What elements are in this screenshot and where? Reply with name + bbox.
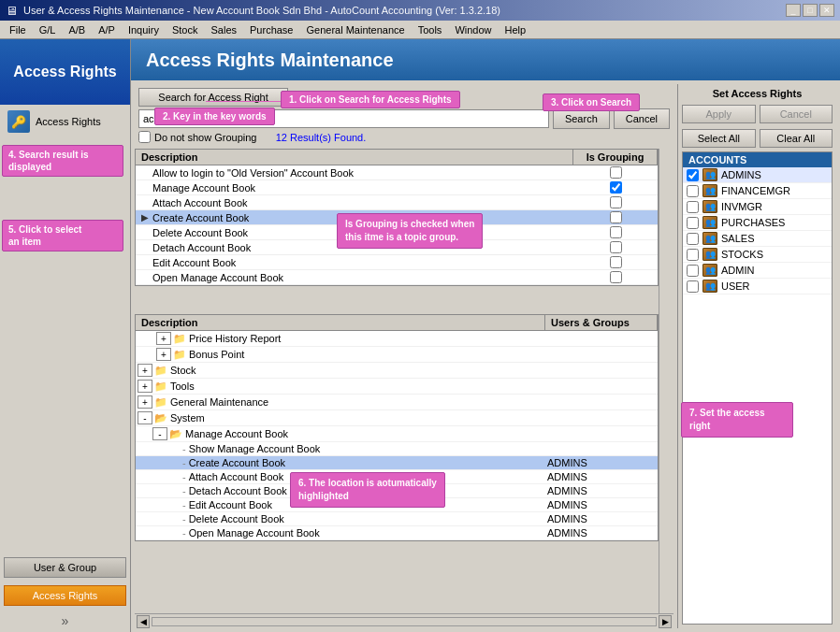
tree-expand-icon[interactable]: + [138, 364, 152, 377]
hscroll-left-btn[interactable]: ◀ [137, 615, 150, 628]
tree-users: ADMINS [543, 471, 656, 482]
tree-row[interactable]: - Create Account Book ADMINS [136, 456, 658, 470]
account-checkbox[interactable] [687, 185, 699, 197]
tree-row[interactable]: - Delete Account Book ADMINS [136, 512, 658, 526]
tree-expand-icon[interactable]: + [138, 380, 152, 393]
upper-grid-row[interactable]: Open Manage Account Book [136, 270, 658, 285]
menu-file[interactable]: File [4, 23, 32, 36]
account-name: FINANCEMGR [721, 185, 790, 196]
menu-inquiry[interactable]: Inquiry [123, 23, 165, 36]
close-button[interactable]: ✕ [819, 4, 834, 17]
apply-button[interactable]: Apply [682, 105, 756, 123]
menu-general-maintenance[interactable]: General Maintenance [301, 23, 411, 36]
user-group-icon: 👥 [702, 280, 717, 293]
clear-all-button[interactable]: Clear All [760, 129, 833, 148]
account-row[interactable]: 👥 ADMIN [683, 263, 832, 279]
sidebar-item-access-rights[interactable]: 🔑 Access Rights [0, 105, 130, 138]
callout-4: 4. Search result isdisplayed [2, 145, 123, 177]
user-group-icon: 👥 [702, 168, 717, 181]
tree-expand-icon[interactable]: + [156, 332, 171, 345]
tree-row[interactable]: - Show Manage Account Book [136, 442, 658, 456]
user-group-icon: 👥 [702, 184, 717, 197]
tree-row[interactable]: + 📁 Bonus Point [136, 347, 658, 363]
upper-grid-row[interactable]: Edit Account Book [136, 255, 658, 270]
user-group-nav-button[interactable]: User & Group [4, 557, 126, 578]
tree-row[interactable]: + 📁 Tools [136, 379, 658, 395]
account-row[interactable]: 👥 ADMINS [683, 167, 832, 183]
grouping-checkbox[interactable] [610, 196, 622, 208]
menu-window[interactable]: Window [449, 23, 497, 36]
grouping-checkbox[interactable] [610, 211, 622, 223]
grouping-checkbox[interactable] [610, 241, 622, 253]
account-name: PURCHASES [721, 217, 785, 228]
expand-sidebar-button[interactable]: » [62, 613, 69, 628]
upper-grid-row[interactable]: Allow to login to "Old Version" Account … [136, 165, 658, 180]
account-row[interactable]: 👥 PURCHASES [683, 215, 832, 231]
hscroll-track[interactable] [152, 617, 657, 626]
cancel-search-button[interactable]: Cancel [614, 108, 670, 129]
grouping-checkbox[interactable] [610, 181, 622, 194]
no-show-grouping-checkbox[interactable] [138, 131, 151, 143]
tree-row[interactable]: + 📁 Stock [136, 363, 658, 379]
search-button[interactable]: Search [553, 108, 610, 129]
account-row[interactable]: 👥 FINANCEMGR [683, 183, 832, 199]
callout-5: 5. Click to selectan item [2, 220, 123, 251]
maximize-button[interactable]: □ [803, 4, 818, 17]
tree-row[interactable]: - 📂 System [136, 410, 658, 426]
account-name: ADMIN [721, 265, 754, 276]
grouping-checkbox[interactable] [610, 256, 622, 268]
menu-help[interactable]: Help [500, 23, 532, 36]
folder-icon: 📁 [173, 349, 186, 361]
lower-grid-users-header: Users & Groups [545, 315, 658, 330]
menu-sales[interactable]: Sales [205, 23, 242, 36]
account-checkbox[interactable] [687, 217, 699, 229]
tree-expand-icon[interactable]: - [138, 411, 152, 424]
page-header: Access Rights Maintenance [131, 39, 840, 80]
tree-row[interactable]: - 📂 Manage Account Book [136, 426, 658, 442]
account-row[interactable]: 👥 INVMGR [683, 199, 832, 215]
menu-ab[interactable]: A/B [63, 23, 91, 36]
access-rights-nav-button[interactable]: Access Rights [4, 585, 126, 606]
tree-expand-icon[interactable]: - [152, 427, 167, 440]
lower-grid-hscrollbar[interactable]: ◀ ▶ [135, 613, 673, 628]
upper-grid-row[interactable]: Manage Account Book [136, 180, 658, 195]
item-icon: - [182, 499, 186, 510]
user-group-icon: 👥 [702, 264, 717, 277]
select-all-button[interactable]: Select All [682, 129, 756, 148]
tree-item-label: General Maintenance [170, 396, 543, 408]
account-checkbox[interactable] [687, 280, 699, 293]
account-checkbox[interactable] [687, 201, 699, 213]
tree-row[interactable]: + 📁 Price History Report [136, 331, 658, 347]
menu-tools[interactable]: Tools [413, 23, 448, 36]
upper-grid-scrollbar[interactable] [659, 149, 673, 312]
page-title: Access Rights Maintenance [146, 50, 394, 71]
row-arrow [141, 167, 152, 178]
account-row[interactable]: 👥 STOCKS [683, 247, 832, 263]
search-for-access-right-button[interactable]: Search for Access Right [138, 88, 288, 107]
lower-grid-scrollbar[interactable] [659, 312, 673, 613]
menu-gl[interactable]: G/L [34, 23, 62, 36]
row-desc: Open Manage Account Book [152, 272, 283, 283]
account-checkbox[interactable] [687, 265, 699, 277]
menu-purchase[interactable]: Purchase [244, 23, 298, 36]
grouping-checkbox[interactable] [610, 271, 622, 283]
tree-row[interactable]: - Open Manage Account Book ADMINS [136, 526, 658, 540]
upper-grid-row[interactable]: Attach Account Book [136, 195, 658, 210]
minimize-button[interactable]: _ [786, 4, 801, 17]
account-checkbox[interactable] [687, 249, 699, 261]
grouping-checkbox[interactable] [610, 226, 622, 238]
account-row[interactable]: 👥 SALES [683, 231, 832, 247]
tree-expand-icon[interactable]: + [138, 395, 152, 409]
item-icon: - [182, 471, 186, 482]
hscroll-right-btn[interactable]: ▶ [659, 615, 672, 628]
tree-expand-icon[interactable]: + [156, 348, 171, 361]
tree-users: ADMINS [543, 499, 656, 510]
account-checkbox[interactable] [687, 169, 699, 181]
menu-stock[interactable]: Stock [167, 23, 204, 36]
cancel-rights-button[interactable]: Cancel [760, 105, 833, 123]
tree-row[interactable]: + 📁 General Maintenance [136, 395, 658, 410]
grouping-checkbox[interactable] [610, 166, 622, 179]
account-checkbox[interactable] [687, 233, 699, 245]
menu-ap[interactable]: A/P [93, 23, 121, 36]
account-row[interactable]: 👥 USER [683, 279, 832, 294]
